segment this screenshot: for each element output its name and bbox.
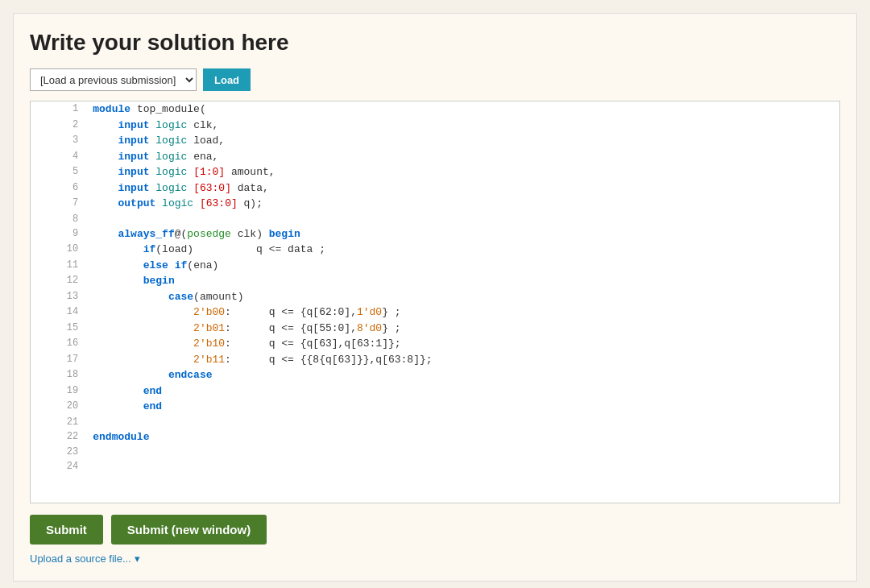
line-code: 2'b00: q <= {q[62:0],1'd0} ; — [86, 304, 839, 321]
submission-select[interactable]: [Load a previous submission] — [30, 68, 197, 91]
line-number: 13 — [31, 289, 86, 305]
line-number: 8 — [31, 212, 86, 226]
line-code: endcase — [86, 367, 839, 383]
line-code: 2'b11: q <= {{8{q[63]}},q[63:8]}; — [86, 352, 839, 368]
line-number: 15 — [31, 321, 86, 337]
table-row: 12 begin — [31, 273, 839, 289]
line-number: 19 — [31, 383, 86, 400]
line-number: 17 — [31, 352, 86, 368]
code-table: 1module top_module(2 input logic clk,3 i… — [31, 101, 839, 474]
line-number: 1 — [31, 101, 86, 118]
line-code: endmodule — [86, 429, 839, 445]
line-code — [86, 459, 839, 474]
line-code: 2'b01: q <= {q[55:0],8'd0} ; — [86, 321, 839, 337]
table-row: 3 input logic load, — [31, 133, 839, 149]
table-row: 4 input logic ena, — [31, 149, 839, 165]
table-row: 9 always_ff@(posedge clk) begin — [31, 226, 839, 242]
line-number: 10 — [31, 242, 86, 258]
table-row: 17 2'b11: q <= {{8{q[63]}},q[63:8]}; — [31, 352, 839, 368]
table-row: 8 — [31, 212, 839, 226]
table-row: 1module top_module( — [31, 101, 839, 118]
line-number: 22 — [31, 429, 86, 445]
table-row: 21 — [31, 415, 839, 429]
line-number: 4 — [31, 149, 86, 165]
line-code: begin — [86, 273, 839, 289]
line-code — [86, 445, 839, 459]
table-row: 18 endcase — [31, 367, 839, 383]
line-code: output logic [63:0] q); — [86, 196, 839, 212]
line-number: 21 — [31, 415, 86, 429]
table-row: 16 2'b10: q <= {q[63],q[63:1]}; — [31, 336, 839, 352]
line-number: 12 — [31, 273, 86, 289]
toolbar: [Load a previous submission] Load — [30, 68, 840, 91]
line-code: if(load) q <= data ; — [86, 242, 839, 258]
main-container: Write your solution here [Load a previou… — [13, 13, 857, 582]
table-row: 20 end — [31, 399, 839, 415]
line-number: 6 — [31, 180, 86, 197]
line-code — [86, 212, 839, 226]
line-number: 23 — [31, 445, 86, 459]
table-row: 5 input logic [1:0] amount, — [31, 164, 839, 180]
table-row: 22endmodule — [31, 429, 839, 445]
table-row: 6 input logic [63:0] data, — [31, 180, 839, 197]
line-number: 11 — [31, 258, 86, 274]
table-row: 11 else if(ena) — [31, 258, 839, 274]
line-number: 14 — [31, 304, 86, 321]
code-editor[interactable]: 1module top_module(2 input logic clk,3 i… — [30, 101, 840, 503]
submit-area: Submit Submit (new window) — [30, 515, 840, 545]
line-number: 3 — [31, 133, 86, 149]
upload-link-text: Upload a source file... — [30, 553, 131, 565]
table-row: 15 2'b01: q <= {q[55:0],8'd0} ; — [31, 321, 839, 337]
upload-area: Upload a source file... ▾ — [30, 553, 840, 565]
line-code: else if(ena) — [86, 258, 839, 274]
line-code: end — [86, 399, 839, 415]
line-number: 5 — [31, 164, 86, 180]
line-code: end — [86, 383, 839, 400]
table-row: 2 input logic clk, — [31, 118, 839, 134]
line-code: 2'b10: q <= {q[63],q[63:1]}; — [86, 336, 839, 352]
line-code: input logic [63:0] data, — [86, 180, 839, 197]
line-number: 9 — [31, 226, 86, 242]
upload-link[interactable]: Upload a source file... ▾ — [30, 553, 840, 565]
line-number: 20 — [31, 399, 86, 415]
table-row: 19 end — [31, 383, 839, 400]
chevron-down-icon: ▾ — [135, 553, 140, 565]
line-code: always_ff@(posedge clk) begin — [86, 226, 839, 242]
line-number: 7 — [31, 196, 86, 212]
line-code: case(amount) — [86, 289, 839, 305]
table-row: 23 — [31, 445, 839, 459]
line-code: input logic [1:0] amount, — [86, 164, 839, 180]
line-code: input logic load, — [86, 133, 839, 149]
table-row: 13 case(amount) — [31, 289, 839, 305]
table-row: 7 output logic [63:0] q); — [31, 196, 839, 212]
submit-button[interactable]: Submit — [30, 515, 103, 545]
line-number: 2 — [31, 118, 86, 134]
load-button[interactable]: Load — [203, 68, 251, 91]
line-code: module top_module( — [86, 101, 839, 118]
page-title: Write your solution here — [30, 30, 840, 56]
table-row: 14 2'b00: q <= {q[62:0],1'd0} ; — [31, 304, 839, 321]
table-row: 10 if(load) q <= data ; — [31, 242, 839, 258]
table-row: 24 — [31, 459, 839, 474]
line-number: 16 — [31, 336, 86, 352]
line-number: 18 — [31, 367, 86, 383]
line-code: input logic clk, — [86, 118, 839, 134]
submit-new-window-button[interactable]: Submit (new window) — [111, 515, 267, 545]
line-code — [86, 415, 839, 429]
line-code: input logic ena, — [86, 149, 839, 165]
line-number: 24 — [31, 459, 86, 474]
